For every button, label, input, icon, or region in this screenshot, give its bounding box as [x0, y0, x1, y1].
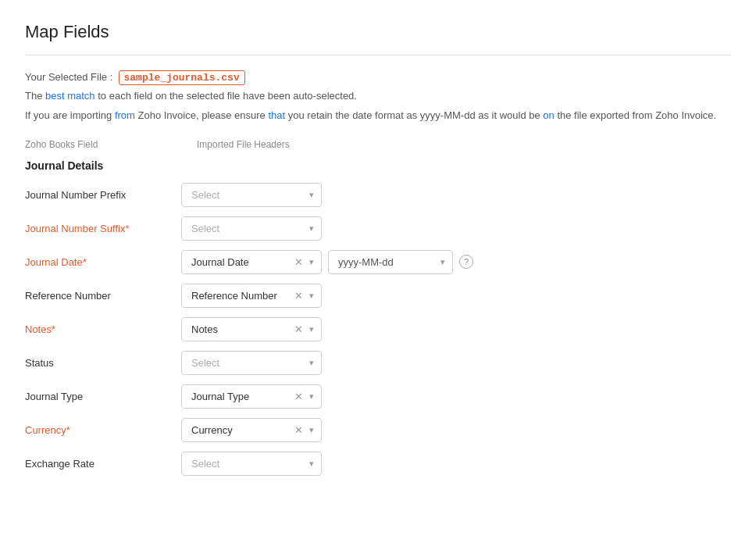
select-wrapper-exchange-rate: Select ▾ — [181, 452, 322, 476]
select-status[interactable]: Select — [181, 351, 322, 375]
zoho-msg-end: the file exported from Zoho Invoice. — [555, 109, 716, 121]
columns-header: Zoho Books Field Imported File Headers — [25, 139, 731, 155]
page-container: Map Fields Your Selected File : sample_j… — [0, 0, 756, 507]
select-journal-number-suffix[interactable]: Select — [181, 216, 322, 241]
field-row-status: Status Select ▾ — [25, 351, 731, 375]
auto-selected-message: The best match to each field on the sele… — [25, 90, 731, 102]
field-label-journal-number-suffix: Journal Number Suffix* — [25, 223, 181, 234]
field-label-status: Status — [25, 357, 181, 369]
file-line-label: Your Selected File : — [25, 71, 112, 83]
auto-msg-start: The — [25, 90, 45, 102]
select-wrapper-date-format: yyyy-MM-dd ▾ — [328, 250, 453, 274]
select-date-format[interactable]: yyyy-MM-dd — [328, 250, 453, 274]
select-wrapper-reference-number: Reference Number ✕ ▾ — [181, 284, 322, 308]
file-name: sample_journals.csv — [119, 70, 245, 85]
zoho-msg-that: that — [268, 109, 285, 121]
select-exchange-rate[interactable]: Select — [181, 452, 322, 476]
col-zoho-books-field: Zoho Books Field — [25, 139, 181, 150]
zoho-msg-middle1: Zoho Invoice, please ensure — [135, 109, 269, 121]
file-info-block: Your Selected File : sample_journals.csv… — [25, 71, 731, 123]
select-wrapper-journal-number-suffix: Select ▾ — [181, 216, 322, 241]
select-wrapper-notes: Notes ✕ ▾ — [181, 317, 322, 341]
file-line: Your Selected File : sample_journals.csv — [25, 71, 731, 84]
field-label-journal-number-prefix: Journal Number Prefix — [25, 189, 181, 201]
select-wrapper-journal-type: Journal Type ✕ ▾ — [181, 384, 322, 409]
zoho-msg-middle2: you retain the date format as yyyy-MM-dd… — [285, 109, 543, 121]
zoho-msg-start: If you are importing — [25, 109, 115, 121]
field-row-journal-type: Journal Type Journal Type ✕ ▾ — [25, 384, 731, 409]
col-imported-file-headers: Imported File Headers — [197, 139, 290, 150]
field-row-exchange-rate: Exchange Rate Select ▾ — [25, 452, 731, 476]
field-row-journal-number-prefix: Journal Number Prefix Select ▾ — [25, 183, 731, 207]
help-icon[interactable]: ? — [459, 255, 473, 269]
select-wrapper-journal-number-prefix: Select ▾ — [181, 183, 322, 207]
select-wrapper-status: Select ▾ — [181, 351, 322, 375]
field-row-notes: Notes* Notes ✕ ▾ — [25, 317, 731, 341]
field-label-journal-type: Journal Type — [25, 391, 181, 402]
select-wrapper-journal-date: Journal Date ✕ ▾ — [181, 250, 322, 274]
field-label-currency: Currency* — [25, 424, 181, 436]
clear-reference-number-button[interactable]: ✕ — [294, 291, 303, 301]
field-label-exchange-rate: Exchange Rate — [25, 458, 181, 470]
auto-msg-highlight: best match — [45, 90, 95, 102]
section-title: Journal Details — [25, 159, 731, 172]
select-journal-number-prefix[interactable]: Select — [181, 183, 322, 207]
select-wrapper-currency: Currency ✕ ▾ — [181, 418, 322, 442]
zoho-msg-on: on — [543, 109, 554, 121]
field-row-journal-date: Journal Date* Journal Date ✕ ▾ yyyy-MM-d… — [25, 250, 731, 274]
field-row-reference-number: Reference Number Reference Number ✕ ▾ — [25, 284, 731, 308]
clear-journal-date-button[interactable]: ✕ — [294, 257, 303, 267]
zoho-invoice-message: If you are importing from Zoho Invoice, … — [25, 108, 731, 123]
clear-journal-type-button[interactable]: ✕ — [294, 391, 303, 402]
page-title: Map Fields — [25, 22, 731, 55]
zoho-msg-from: from — [115, 109, 135, 121]
field-row-currency: Currency* Currency ✕ ▾ — [25, 418, 731, 442]
clear-currency-button[interactable]: ✕ — [294, 425, 303, 435]
clear-notes-button[interactable]: ✕ — [294, 324, 303, 334]
field-row-journal-number-suffix: Journal Number Suffix* Select ▾ — [25, 216, 731, 241]
field-label-journal-date: Journal Date* — [25, 256, 181, 268]
auto-msg-end: to each field on the selected file have … — [95, 90, 357, 102]
field-label-notes: Notes* — [25, 323, 181, 335]
field-label-reference-number: Reference Number — [25, 290, 181, 302]
